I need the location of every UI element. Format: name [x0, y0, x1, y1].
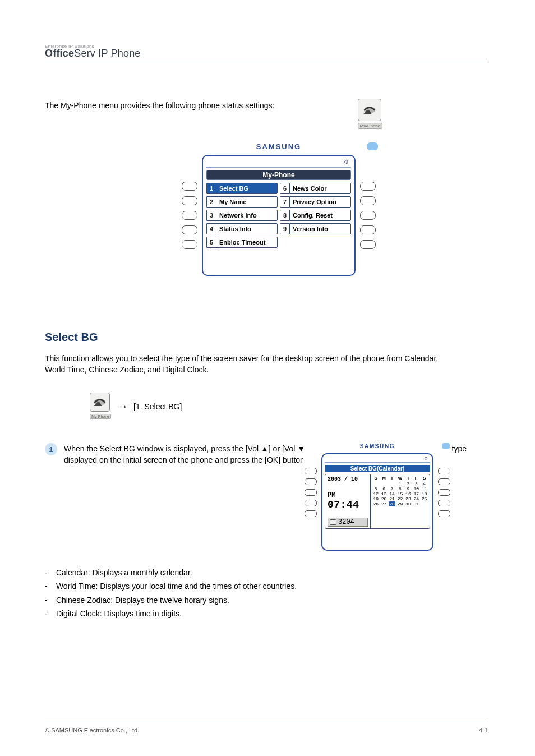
soft-button[interactable] [360, 225, 376, 234]
path-suffix: [1. Select BG] [133, 402, 182, 411]
menu-item-number: 3 [206, 210, 216, 221]
menu-item[interactable]: 9Version Info [280, 223, 351, 234]
menu-item-number: 7 [280, 196, 289, 208]
legend-bullet: - [45, 566, 54, 579]
soft-button[interactable] [438, 510, 450, 517]
calendar-cell [372, 481, 379, 486]
calendar-cell: 29 [396, 501, 403, 506]
calendar-cell: 21 [389, 496, 395, 501]
soft-button[interactable] [182, 211, 197, 220]
calendar-cell: 1 [396, 481, 403, 486]
intro-text: The My-Phone menu provides the following… [45, 101, 359, 110]
calendar-cell: 17 [413, 491, 419, 496]
soft-button[interactable] [360, 211, 376, 220]
soft-button[interactable] [438, 468, 450, 474]
calendar-cell [381, 481, 388, 486]
cal-ampm: PM [328, 491, 368, 499]
calendar-dow-cell: T [389, 476, 395, 481]
screen-title: My-Phone [206, 170, 351, 180]
legend-row: - Chinese Zodiac: Displays the twelve ho… [45, 594, 488, 606]
my-phone-icon-label: My-Phone [90, 414, 111, 419]
my-phone-icon [90, 393, 110, 412]
calendar-dow-cell: S [421, 476, 428, 481]
phone-frame-menu: SAMSUNG ⚙ My-Phone 1Select BG2My Name3Ne… [177, 142, 380, 276]
header-bold: Office [45, 48, 74, 59]
menu-item[interactable]: 1Select BG [206, 183, 278, 194]
calendar-cell: 3 [413, 481, 419, 486]
soft-button[interactable] [305, 510, 317, 517]
legend-text: Digital Clock: Displays time in digits. [54, 609, 182, 618]
path-icon-wrap: My-Phone [90, 393, 112, 421]
step-number: 1 [45, 443, 57, 455]
phone-screen: ⚙ My-Phone 1Select BG2My Name3Network In… [202, 155, 356, 276]
soft-button[interactable] [182, 240, 197, 249]
soft-button[interactable] [305, 468, 317, 474]
soft-button[interactable] [182, 182, 197, 191]
menu-item-number: 5 [206, 237, 216, 248]
menu-item-label: News Color [289, 183, 351, 194]
soft-button[interactable] [438, 478, 450, 485]
menu-item-label: Status Info [216, 223, 278, 234]
legend-bullet: - [45, 580, 54, 592]
legend-text: Calendar: Displays a monthly calendar. [54, 568, 192, 577]
soft-button[interactable] [182, 196, 197, 205]
cal-time: 07:44 [328, 499, 368, 510]
footer-left: © SAMSUNG Electronics Co., Ltd. [45, 727, 139, 734]
soft-button[interactable] [360, 182, 376, 191]
soft-button[interactable] [305, 500, 317, 506]
legend-bullet: - [45, 594, 54, 606]
calendar-cell: 30 [405, 501, 412, 506]
menu-item[interactable]: 7Privacy Option [280, 196, 351, 208]
arrow-right-icon: → [118, 401, 128, 413]
calendar-cell [389, 481, 395, 486]
left-soft-buttons [182, 182, 197, 276]
menu-item[interactable]: 8Config. Reset [280, 210, 351, 221]
calendar-dow-cell: F [413, 476, 419, 481]
calendar-row: 262728293031 [372, 501, 428, 506]
header-rest: Serv [74, 48, 95, 59]
calendar-cell: 6 [381, 486, 388, 491]
brand-label: SAMSUNG [303, 443, 452, 449]
calendar-cell: 23 [405, 496, 412, 501]
calendar-cell: 7 [389, 486, 395, 491]
menu-item[interactable]: 2My Name [206, 196, 278, 208]
calendar-cell: 11 [421, 486, 428, 491]
menu-item-label: Privacy Option [289, 196, 351, 208]
calendar-cell: 28 [389, 501, 395, 506]
calendar-cell: 8 [396, 486, 403, 491]
my-phone-icon-block: My-Phone [358, 99, 382, 131]
calendar-dow-cell: S [372, 476, 379, 481]
soft-button[interactable] [438, 489, 450, 496]
right-soft-buttons [438, 468, 450, 551]
menu-item[interactable]: 4Status Info [206, 223, 278, 234]
calendar-row: 19202122232425 [372, 496, 428, 501]
soft-button[interactable] [305, 478, 317, 485]
right-soft-buttons [360, 182, 376, 276]
soft-button[interactable] [438, 500, 450, 506]
soft-button[interactable] [182, 225, 197, 234]
soft-button[interactable] [305, 489, 317, 496]
calendar-cell [421, 501, 428, 506]
menu-item-label: Config. Reset [289, 210, 351, 221]
settings-icon: ⚙ [344, 159, 349, 165]
cal-ext-number: 3204 [338, 518, 354, 526]
menu-item-number: 6 [280, 183, 289, 194]
soft-button[interactable] [360, 240, 376, 249]
menu-item-label: Select BG [216, 183, 278, 194]
menu-item-number: 4 [206, 223, 216, 234]
my-phone-icon-label: My-Phone [358, 123, 382, 129]
screen-status-bar: ⚙ [206, 159, 351, 168]
menu-item[interactable]: 5Enbloc Timeout [206, 237, 278, 248]
page-header: Enterprise IP Solutions OfficeServ IP Ph… [45, 44, 488, 62]
phone-screen: ⚙ Select BG(Calendar) 2003 / 10 PM 07:44… [321, 453, 433, 551]
menu-item[interactable]: 6News Color [280, 183, 351, 194]
footer: © SAMSUNG Electronics Co., Ltd. 4-1 [45, 722, 488, 734]
section-sub: This function allows you to select the t… [45, 353, 454, 375]
screen-title: Select BG(Calendar) [325, 465, 430, 472]
menu-grid: 1Select BG2My Name3Network Info4Status I… [206, 183, 351, 248]
left-soft-buttons [305, 468, 317, 551]
menu-item[interactable]: 3Network Info [206, 210, 278, 221]
my-phone-icon [358, 99, 381, 121]
legend-row: - Calendar: Displays a monthly calendar. [45, 566, 488, 579]
soft-button[interactable] [360, 196, 376, 205]
